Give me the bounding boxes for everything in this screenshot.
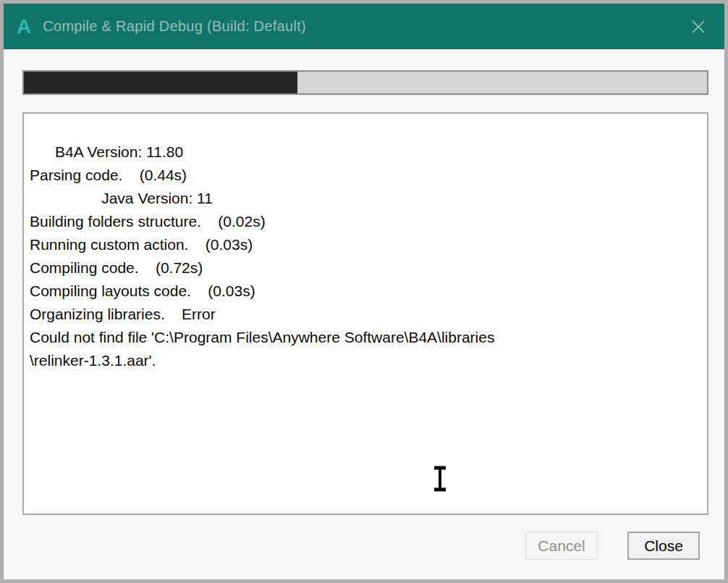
close-button[interactable]: Close	[627, 532, 700, 560]
compile-debug-dialog: A Compile & Rapid Debug (Build: Default)…	[0, 0, 728, 583]
log-text: B4A Version: 11.80 Parsing code. (0.44s)…	[30, 143, 494, 369]
b4a-logo-icon: A	[17, 17, 31, 37]
progress-fill	[24, 72, 297, 93]
dialog-body: B4A Version: 11.80 Parsing code. (0.44s)…	[4, 49, 724, 560]
window-title: Compile & Rapid Debug (Build: Default)	[43, 18, 306, 35]
progress-bar	[22, 70, 708, 95]
cancel-button[interactable]: Cancel	[525, 532, 598, 560]
button-row: Cancel Close	[22, 532, 700, 560]
titlebar: A Compile & Rapid Debug (Build: Default)	[4, 4, 724, 49]
log-output[interactable]: B4A Version: 11.80 Parsing code. (0.44s)…	[22, 112, 708, 515]
text-cursor-ibeam	[432, 464, 448, 493]
close-window-button[interactable]	[680, 8, 717, 46]
close-icon	[687, 16, 709, 38]
